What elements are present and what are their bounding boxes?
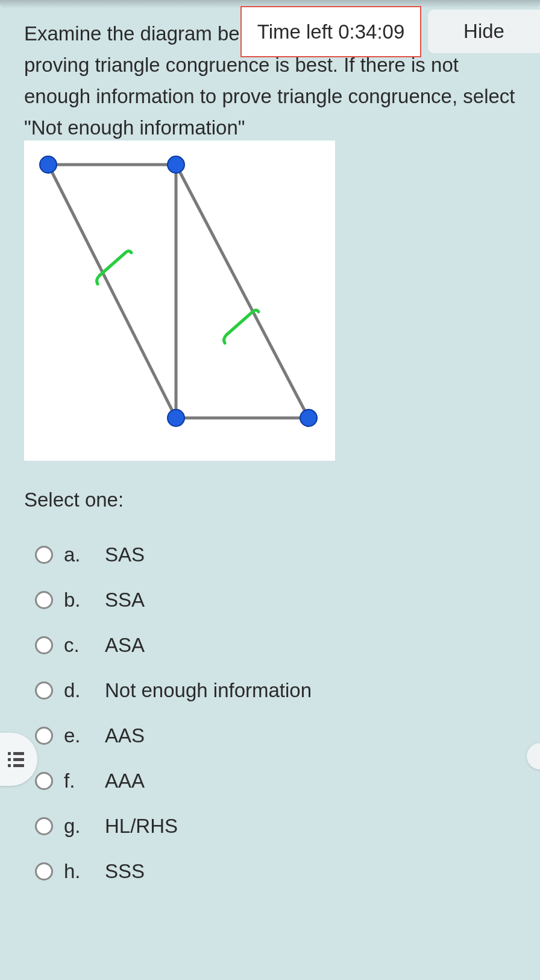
option-letter: a. [64,543,105,566]
vertex-D [300,409,317,426]
list-icon [8,752,24,767]
option-text: SSA [105,589,145,612]
radio-c[interactable] [35,636,53,654]
timer-box: Time left 0:34:09 [240,6,421,57]
option-text: AAA [105,770,145,792]
segment-AC [48,165,176,418]
option-text: ASA [105,634,145,657]
option-text: SAS [105,543,145,566]
option-e[interactable]: e. AAS [35,713,312,758]
quiz-navigation-button[interactable] [0,733,37,786]
radio-b[interactable] [35,591,53,609]
hide-timer-button[interactable]: Hide [428,10,540,53]
timer-label: Time left 0:34:09 [257,21,405,43]
option-b[interactable]: b. SSA [35,577,312,622]
option-letter: b. [64,589,105,612]
option-h[interactable]: h. SSS [35,849,312,894]
svg-line-0 [99,253,125,276]
side-handle[interactable] [527,743,540,770]
vertex-C [168,409,184,426]
svg-line-1 [227,312,252,335]
option-letter: e. [64,724,105,747]
radio-d[interactable] [35,681,53,700]
option-c[interactable]: c. ASA [35,622,312,668]
option-letter: d. [64,679,105,702]
vertex-B [168,156,184,173]
radio-g[interactable] [35,817,53,835]
option-f[interactable]: f. AAA [35,758,312,803]
option-d[interactable]: d. Not enough information [35,668,312,713]
option-letter: c. [64,634,105,657]
option-a[interactable]: a. SAS [35,532,312,577]
select-one-label: Select one: [24,488,124,511]
option-letter: g. [64,815,105,838]
segment-BD [176,165,309,418]
radio-e[interactable] [35,727,53,745]
question-diagram [24,141,335,461]
options-group: a. SAS b. SSA c. ASA d. Not enough infor… [35,532,312,894]
hide-label: Hide [463,20,504,43]
vertex-A [40,156,57,173]
option-text: SSS [105,860,145,883]
option-text: AAS [105,724,145,747]
option-text: HL/RHS [105,815,178,838]
option-text: Not enough information [105,679,312,702]
radio-a[interactable] [35,546,53,564]
option-letter: h. [64,860,105,883]
option-g[interactable]: g. HL/RHS [35,803,312,849]
radio-f[interactable] [35,772,53,790]
option-letter: f. [64,770,105,792]
tick-AC [97,251,131,284]
radio-h[interactable] [35,862,53,880]
